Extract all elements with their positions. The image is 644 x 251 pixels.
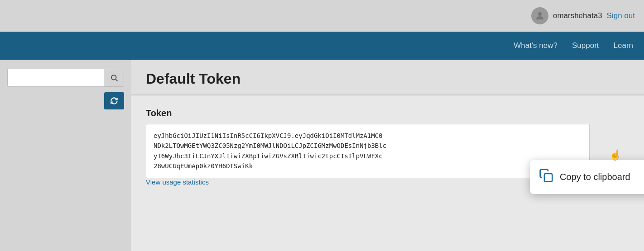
token-value: eyJhbGciOiJIUzI1NiIsInR5cCI6IkpXVCJ9.eyJ…: [146, 124, 590, 178]
avatar: [531, 7, 548, 24]
copy-icon-in-tooltip: [539, 168, 553, 186]
search-button[interactable]: [104, 69, 124, 86]
page-title: Default Token: [146, 71, 630, 87]
copy-tooltip-text: Copy to clipboard: [560, 172, 630, 182]
cursor-hand: ☝️: [609, 149, 621, 161]
nav-bar: What's new? Support Learn: [0, 32, 644, 60]
sign-out-button[interactable]: Sign out: [607, 11, 635, 20]
username-label: omarshehata3: [553, 11, 602, 20]
main-layout: Default Token Token eyJhbGciOiJIUzI1NiIs…: [0, 60, 644, 251]
copy-tooltip-popup: Copy to clipboard: [530, 160, 644, 194]
top-bar: omarshehata3 Sign out: [0, 0, 644, 32]
token-section: Token eyJhbGciOiJIUzI1NiIsInR5cCI6IkpXVC…: [131, 95, 644, 199]
search-input[interactable]: [8, 71, 104, 85]
page-header: Default Token: [131, 60, 644, 95]
svg-rect-3: [544, 174, 552, 181]
sidebar: [0, 60, 131, 251]
svg-point-0: [538, 12, 542, 16]
refresh-button[interactable]: [104, 92, 124, 109]
nav-learn[interactable]: Learn: [614, 41, 633, 50]
token-label: Token: [146, 108, 630, 118]
svg-point-1: [111, 75, 116, 80]
search-box: [7, 69, 124, 87]
content-area: Default Token Token eyJhbGciOiJIUzI1NiIs…: [131, 60, 644, 251]
user-area: omarshehata3 Sign out: [531, 7, 635, 24]
nav-support[interactable]: Support: [572, 41, 599, 50]
token-container: eyJhbGciOiJIUzI1NiIsInR5cCI6IkpXVCJ9.eyJ…: [146, 124, 630, 178]
nav-whats-new[interactable]: What's new?: [514, 41, 557, 50]
svg-line-2: [115, 80, 117, 81]
view-stats-link[interactable]: View usage statistics: [146, 178, 209, 186]
